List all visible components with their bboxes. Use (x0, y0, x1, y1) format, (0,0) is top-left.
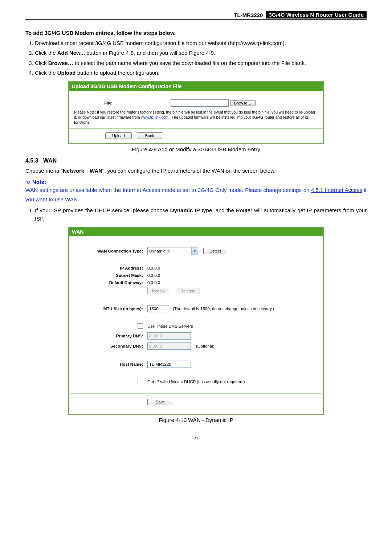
wan-step-1: If your ISP provides the DHCP service, p… (35, 206, 367, 223)
save-button[interactable]: Save (147, 399, 173, 405)
release-button[interactable]: Release (176, 288, 200, 294)
ip-label: IP Address: (74, 266, 147, 270)
steps-list: Download a most recent 3G/4G USB modem c… (25, 39, 367, 77)
figure-4-9-caption: Figure 4-9 Add or Modify a 3G/4G USB Mod… (25, 146, 367, 152)
unicast-dhcp-label: Get IP with Unicast DHCP (It is usually … (147, 379, 245, 384)
guide-title: 3G/4G Wireless N Router User Guide (266, 11, 367, 19)
secondary-dns-label: Secondary DNS: (74, 344, 147, 348)
gateway-label: Default Gateway: (74, 280, 147, 285)
step-2: Click the Add New... button in Figure 4-… (35, 49, 367, 57)
step-4: Click the Upload button to upload the co… (35, 69, 367, 77)
mask-label: Subnet Mask: (74, 273, 147, 278)
browse-button[interactable]: Browse… (230, 100, 256, 106)
renew-button[interactable]: Renew (147, 288, 169, 294)
section-heading: To add 3G/4G USB Modem entries, follow t… (25, 30, 367, 36)
hand-pointer-icon: ☞ (25, 178, 31, 186)
wan-panel: WAN WAN Connection Type: Dynamic IP ▼ De… (68, 227, 324, 415)
wan-note: WAN settings are unavailable when the In… (25, 185, 367, 204)
mtu-hint: (The default is 1500, do not change unle… (173, 307, 274, 311)
upload-panel-title: Upload 3G/4G USB Modem Configuration Fil… (69, 82, 323, 91)
model-label: TL-MR3220 (232, 11, 266, 19)
step-1: Download a most recent 3G/4G USB modem c… (35, 39, 367, 47)
divider (69, 393, 323, 394)
upload-button[interactable]: Upload (105, 132, 132, 139)
hostname-label: Host Name: (74, 362, 147, 366)
primary-dns-label: Primary DNS: (74, 334, 147, 338)
internet-access-link[interactable]: 4.5.1 Internet Access (311, 187, 362, 193)
mtu-label: MTU Size (in bytes): (74, 307, 147, 311)
tp-link-url[interactable]: www.tp-link.com (141, 115, 168, 119)
note-heading: ☞Note: (25, 179, 367, 185)
page-header: TL-MR3220 3G/4G Wireless N Router User G… (25, 11, 367, 20)
use-dns-label: Use These DNS Servers (147, 324, 193, 328)
file-input[interactable] (171, 99, 229, 107)
secondary-dns-input[interactable] (147, 342, 191, 350)
ip-value: 0.0.0.0 (147, 266, 160, 270)
wan-panel-title: WAN (69, 227, 323, 236)
section-4-5-3-heading: 4.5.3 WAN (25, 157, 367, 164)
conn-type-select[interactable]: Dynamic IP ▼ (147, 247, 198, 255)
upload-note: Please Note: If you restore the router's… (73, 109, 319, 128)
wan-steps: If your ISP provides the DHCP service, p… (25, 206, 367, 223)
optional-hint: (Optional) (196, 344, 215, 348)
wan-intro: Choose menu "Network→WAN", you can confi… (25, 166, 367, 176)
conn-type-label: WAN Connection Type: (74, 249, 147, 253)
use-dns-checkbox[interactable] (138, 323, 143, 329)
chevron-down-icon: ▼ (191, 247, 198, 255)
hostname-input[interactable] (147, 361, 191, 368)
upload-panel: Upload 3G/4G USB Modem Configuration Fil… (68, 81, 324, 144)
mtu-input[interactable] (147, 305, 169, 312)
unicast-dhcp-checkbox[interactable] (138, 379, 143, 384)
step-3: Click Browse… to select the path name wh… (35, 59, 367, 67)
detect-button[interactable]: Detect (203, 248, 227, 254)
back-button[interactable]: Back (137, 132, 162, 139)
figure-4-10-caption: Figure 4-10 WAN - Dynamic IP (25, 417, 367, 423)
primary-dns-input[interactable] (147, 332, 191, 340)
page-number: -27- (25, 436, 367, 441)
mask-value: 0.0.0.0 (147, 273, 160, 278)
gateway-value: 0.0.0.0 (147, 280, 160, 285)
file-label: File: (73, 101, 116, 105)
